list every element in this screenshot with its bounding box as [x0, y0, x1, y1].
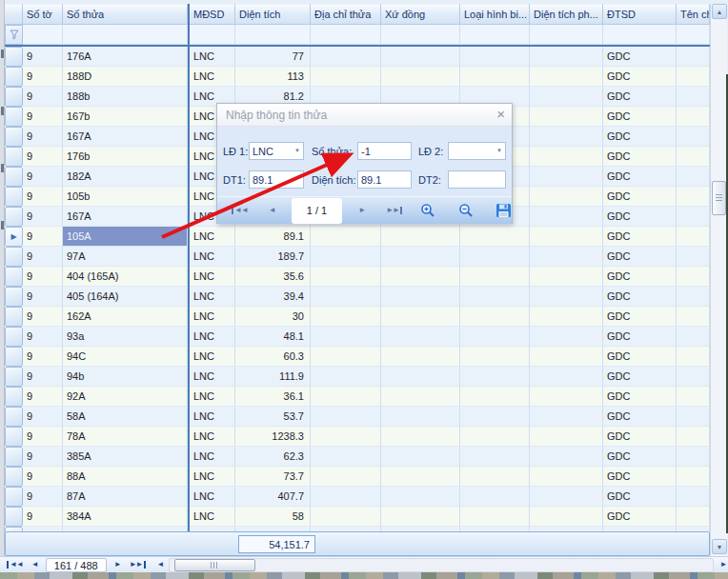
table-row[interactable]: ▶997ALNC189.7GDC [5, 247, 710, 267]
cell-xu_dong[interactable] [381, 227, 460, 247]
filter-cell-dien_tich[interactable] [235, 25, 311, 45]
cell-xu_dong[interactable] [381, 327, 460, 347]
table-row[interactable]: ▶9188DLNC113GDC [5, 67, 710, 87]
cell-mdsd[interactable]: LNC [190, 427, 235, 447]
close-icon[interactable]: × [496, 106, 505, 122]
cell-dtsd[interactable]: GDC [603, 67, 677, 87]
header-xu_dong[interactable]: Xứ đồng [381, 4, 460, 25]
cell-loai_hinh[interactable] [460, 287, 530, 307]
hscroll-left-icon[interactable]: ◄ [157, 561, 164, 569]
cell-ten_ch[interactable] [677, 407, 710, 427]
cell-so_to[interactable]: 9 [23, 67, 63, 87]
cell-so_thua[interactable]: 167A [63, 127, 188, 147]
cell-dia_chi[interactable] [311, 287, 381, 307]
cell-ten_ch[interactable] [677, 327, 710, 347]
cell-ten_ch[interactable] [677, 87, 710, 107]
cell-mdsd[interactable]: LNC [190, 467, 235, 487]
cell-dien_tich[interactable]: 60.3 [235, 347, 311, 367]
cell-dien_tich_ph[interactable] [530, 67, 603, 87]
cell-dien_tich_ph[interactable] [530, 127, 603, 147]
cell-so_thua[interactable]: 94b [63, 367, 188, 387]
cell-dien_tich_ph[interactable] [530, 507, 603, 527]
cell-dtsd[interactable]: GDC [603, 227, 677, 247]
row-indicator[interactable]: ▶ [5, 287, 23, 307]
horizontal-scrollbar[interactable] [169, 558, 714, 572]
header-dien_tich_ph[interactable]: Diện tích ph... [530, 4, 603, 25]
cell-dtsd[interactable]: GDC [603, 187, 677, 207]
chevron-down-icon[interactable]: ▼ [294, 148, 300, 153]
table-row[interactable]: ▶9176ALNC77GDC [5, 47, 710, 67]
last-record-icon[interactable]: ►► [130, 561, 146, 569]
cell-xu_dong[interactable] [381, 267, 460, 287]
cell-loai_hinh[interactable] [460, 267, 530, 287]
cell-dien_tich_ph[interactable] [530, 347, 603, 367]
cell-mdsd[interactable]: LNC [190, 67, 235, 87]
cell-xu_dong[interactable] [381, 367, 460, 387]
cell-dtsd[interactable]: GDC [603, 47, 677, 67]
ld2-combobox[interactable]: ▼ [448, 142, 506, 160]
cell-so_thua[interactable]: 87A [63, 487, 188, 507]
cell-loai_hinh[interactable] [460, 407, 530, 427]
cell-so_to[interactable]: 9 [23, 487, 63, 507]
cell-ten_ch[interactable] [677, 47, 710, 67]
cell-dien_tich_ph[interactable] [530, 87, 603, 107]
cell-ten_ch[interactable] [677, 187, 710, 207]
cell-dien_tich_ph[interactable] [530, 227, 603, 247]
row-indicator[interactable]: ▶ [5, 247, 23, 267]
table-row[interactable]: ▶993aLNC48.1GDC [5, 327, 710, 347]
cell-dien_tich[interactable]: 89.1 [235, 227, 311, 247]
row-indicator[interactable]: ▶ [5, 227, 23, 247]
cell-dien_tich_ph[interactable] [530, 307, 603, 327]
cell-so_thua[interactable]: 405 (164A) [63, 287, 188, 307]
filter-cell-dien_tich_ph[interactable] [530, 25, 603, 45]
cell-so_to[interactable]: 9 [23, 267, 63, 287]
cell-dtsd[interactable]: GDC [603, 487, 677, 507]
cell-xu_dong[interactable] [381, 387, 460, 407]
cell-dien_tich_ph[interactable] [530, 387, 603, 407]
cell-dien_tich_ph[interactable] [530, 167, 603, 187]
cell-ten_ch[interactable] [677, 247, 710, 267]
cell-dien_tich[interactable]: 1238.3 [235, 427, 311, 447]
dt2-input[interactable] [448, 170, 506, 189]
vertical-scrollbar[interactable]: ▲ ▼ [710, 4, 727, 556]
row-indicator[interactable]: ▶ [5, 207, 23, 227]
cell-ten_ch[interactable] [677, 67, 710, 87]
cell-dtsd[interactable]: GDC [603, 207, 677, 227]
cell-dtsd[interactable]: GDC [603, 327, 677, 347]
cell-so_thua[interactable]: 105A [63, 227, 188, 247]
cell-dien_tich_ph[interactable] [530, 287, 603, 307]
cell-loai_hinh[interactable] [460, 327, 530, 347]
filter-cell-ten_ch[interactable] [677, 25, 710, 45]
cell-dia_chi[interactable] [311, 47, 381, 67]
row-indicator[interactable]: ▶ [5, 107, 23, 127]
cell-loai_hinh[interactable] [460, 47, 530, 67]
cell-dien_tich[interactable]: 73.7 [235, 467, 311, 487]
cell-dtsd[interactable]: GDC [603, 507, 677, 527]
cell-so_thua[interactable]: 176b [63, 147, 188, 167]
header-so_thua[interactable]: Số thửa [63, 4, 188, 25]
cell-so_to[interactable]: 9 [23, 207, 63, 227]
cell-xu_dong[interactable] [381, 487, 460, 507]
cell-dtsd[interactable]: GDC [603, 447, 677, 467]
cell-so_thua[interactable]: 188D [63, 67, 188, 87]
table-row[interactable]: ▶9384ALNC58GDC [5, 507, 710, 527]
cell-dtsd[interactable]: GDC [603, 407, 677, 427]
cell-dien_tich_ph[interactable] [530, 147, 603, 167]
cell-xu_dong[interactable] [381, 407, 460, 427]
dien-tich-input[interactable] [357, 170, 412, 189]
row-indicator[interactable]: ▶ [5, 447, 23, 467]
cell-so_to[interactable]: 9 [23, 347, 63, 367]
cell-so_to[interactable]: 9 [23, 47, 63, 67]
row-indicator[interactable]: ▶ [5, 427, 23, 447]
cell-ten_ch[interactable] [677, 347, 710, 367]
cell-loai_hinh[interactable] [460, 347, 530, 367]
cell-ten_ch[interactable] [677, 227, 710, 247]
cell-mdsd[interactable]: LNC [190, 447, 235, 467]
cell-dien_tich_ph[interactable] [530, 267, 603, 287]
header-so_to[interactable]: Số tờ [23, 4, 63, 25]
cell-ten_ch[interactable] [677, 507, 710, 527]
table-row[interactable]: ▶987ALNC407.7GDC [5, 487, 710, 507]
cell-so_thua[interactable]: 384A [63, 507, 188, 527]
cell-so_to[interactable]: 9 [23, 187, 63, 207]
cell-so_to[interactable]: 9 [23, 147, 63, 167]
